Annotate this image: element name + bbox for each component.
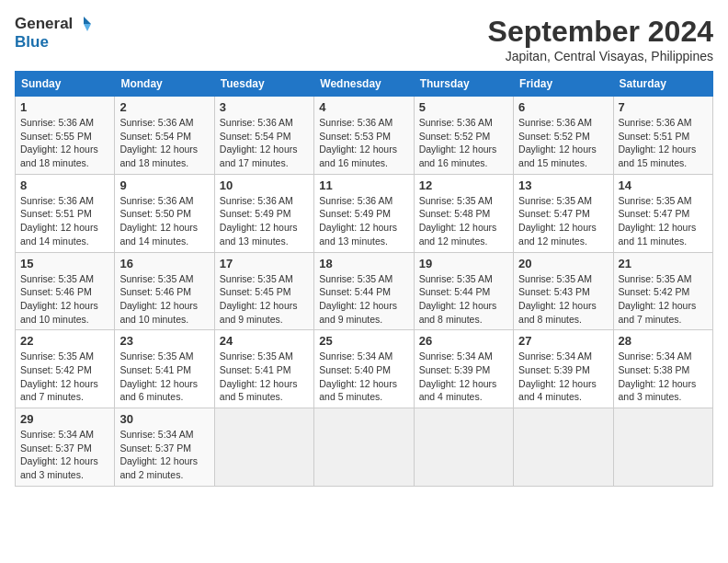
table-row: 18Sunrise: 5:35 AMSunset: 5:44 PMDayligh… (314, 252, 414, 330)
day-info: Sunrise: 5:35 AMSunset: 5:46 PMDaylight:… (20, 272, 109, 327)
page-subtitle: Japitan, Central Visayas, Philippines (488, 49, 713, 63)
table-row: 12Sunrise: 5:35 AMSunset: 5:48 PMDayligh… (414, 174, 513, 252)
calendar-week-row: 8Sunrise: 5:36 AMSunset: 5:51 PMDaylight… (16, 174, 713, 252)
day-number: 23 (119, 334, 209, 348)
table-row (214, 408, 313, 487)
day-info: Sunrise: 5:36 AMSunset: 5:49 PMDaylight:… (220, 194, 309, 248)
day-info: Sunrise: 5:36 AMSunset: 5:51 PMDaylight:… (619, 116, 708, 170)
table-row: 9Sunrise: 5:36 AMSunset: 5:50 PMDaylight… (115, 174, 214, 252)
table-row: 4Sunrise: 5:36 AMSunset: 5:53 PMDaylight… (314, 97, 414, 175)
day-info: Sunrise: 5:35 AMSunset: 5:45 PMDaylight:… (220, 272, 309, 327)
day-number: 16 (119, 257, 209, 270)
day-number: 13 (518, 178, 608, 192)
table-row: 17Sunrise: 5:35 AMSunset: 5:45 PMDayligh… (214, 252, 313, 330)
day-info: Sunrise: 5:34 AMSunset: 5:38 PMDaylight:… (619, 350, 708, 404)
svg-marker-1 (84, 24, 91, 31)
col-friday: Friday (514, 72, 613, 97)
day-info: Sunrise: 5:35 AMSunset: 5:44 PMDaylight:… (319, 272, 408, 327)
col-wednesday: Wednesday (314, 72, 414, 97)
day-number: 18 (319, 257, 408, 270)
day-info: Sunrise: 5:36 AMSunset: 5:53 PMDaylight:… (319, 116, 408, 170)
day-info: Sunrise: 5:35 AMSunset: 5:42 PMDaylight:… (619, 272, 708, 327)
table-row: 10Sunrise: 5:36 AMSunset: 5:49 PMDayligh… (214, 174, 313, 252)
day-number: 19 (419, 257, 508, 270)
table-row: 15Sunrise: 5:35 AMSunset: 5:46 PMDayligh… (16, 252, 115, 330)
day-info: Sunrise: 5:35 AMSunset: 5:41 PMDaylight:… (119, 350, 209, 404)
day-info: Sunrise: 5:35 AMSunset: 5:47 PMDaylight:… (619, 194, 708, 248)
day-number: 14 (619, 178, 708, 192)
day-info: Sunrise: 5:36 AMSunset: 5:54 PMDaylight:… (119, 116, 209, 170)
calendar-table: Sunday Monday Tuesday Wednesday Thursday… (15, 71, 713, 487)
day-info: Sunrise: 5:34 AMSunset: 5:39 PMDaylight:… (419, 350, 508, 404)
col-sunday: Sunday (16, 72, 115, 97)
table-row: 6Sunrise: 5:36 AMSunset: 5:52 PMDaylight… (514, 97, 613, 175)
table-row: 28Sunrise: 5:34 AMSunset: 5:38 PMDayligh… (613, 330, 712, 408)
col-tuesday: Tuesday (214, 72, 313, 97)
table-row: 7Sunrise: 5:36 AMSunset: 5:51 PMDaylight… (613, 97, 712, 175)
table-row: 26Sunrise: 5:34 AMSunset: 5:39 PMDayligh… (414, 330, 513, 408)
table-row: 1Sunrise: 5:36 AMSunset: 5:55 PMDaylight… (16, 97, 115, 175)
day-info: Sunrise: 5:36 AMSunset: 5:51 PMDaylight:… (20, 194, 109, 248)
day-number: 27 (518, 334, 608, 348)
table-row (514, 408, 613, 487)
logo-blue: Blue (15, 33, 49, 52)
table-row: 29Sunrise: 5:34 AMSunset: 5:37 PMDayligh… (16, 408, 115, 487)
title-block: September 2024 Japitan, Central Visayas,… (488, 15, 713, 63)
table-row: 22Sunrise: 5:35 AMSunset: 5:42 PMDayligh… (16, 330, 115, 408)
col-monday: Monday (115, 72, 214, 97)
day-info: Sunrise: 5:35 AMSunset: 5:43 PMDaylight:… (518, 272, 608, 327)
day-info: Sunrise: 5:36 AMSunset: 5:52 PMDaylight:… (518, 116, 608, 170)
table-row: 8Sunrise: 5:36 AMSunset: 5:51 PMDaylight… (16, 174, 115, 252)
table-row: 3Sunrise: 5:36 AMSunset: 5:54 PMDaylight… (214, 97, 313, 175)
table-row: 2Sunrise: 5:36 AMSunset: 5:54 PMDaylight… (115, 97, 214, 175)
day-number: 8 (20, 178, 109, 192)
col-saturday: Saturday (613, 72, 712, 97)
logo-general: General (15, 15, 73, 33)
day-info: Sunrise: 5:36 AMSunset: 5:55 PMDaylight:… (20, 116, 109, 170)
table-row: 5Sunrise: 5:36 AMSunset: 5:52 PMDaylight… (414, 97, 513, 175)
table-row (314, 408, 414, 487)
logo: General Blue (15, 15, 93, 52)
day-number: 17 (220, 257, 309, 270)
day-info: Sunrise: 5:34 AMSunset: 5:39 PMDaylight:… (518, 350, 608, 404)
table-row: 30Sunrise: 5:34 AMSunset: 5:37 PMDayligh… (115, 408, 214, 487)
page-title: September 2024 (488, 15, 713, 49)
day-number: 15 (20, 257, 109, 270)
day-number: 3 (220, 100, 309, 114)
day-number: 10 (220, 178, 309, 192)
day-info: Sunrise: 5:36 AMSunset: 5:49 PMDaylight:… (319, 194, 408, 248)
day-number: 22 (20, 334, 109, 348)
col-thursday: Thursday (414, 72, 513, 97)
day-number: 12 (419, 178, 508, 192)
page-header: General Blue September 2024 Japitan, Cen… (15, 15, 713, 63)
day-number: 28 (619, 334, 708, 348)
day-info: Sunrise: 5:34 AMSunset: 5:40 PMDaylight:… (319, 350, 408, 404)
table-row: 25Sunrise: 5:34 AMSunset: 5:40 PMDayligh… (314, 330, 414, 408)
table-row (613, 408, 712, 487)
calendar-week-row: 22Sunrise: 5:35 AMSunset: 5:42 PMDayligh… (16, 330, 713, 408)
calendar-week-row: 1Sunrise: 5:36 AMSunset: 5:55 PMDaylight… (16, 97, 713, 175)
header-row: Sunday Monday Tuesday Wednesday Thursday… (16, 72, 713, 97)
table-row: 24Sunrise: 5:35 AMSunset: 5:41 PMDayligh… (214, 330, 313, 408)
table-row: 16Sunrise: 5:35 AMSunset: 5:46 PMDayligh… (115, 252, 214, 330)
day-number: 20 (518, 257, 608, 270)
day-number: 21 (619, 257, 708, 270)
day-number: 11 (319, 178, 408, 192)
day-info: Sunrise: 5:34 AMSunset: 5:37 PMDaylight:… (20, 428, 109, 482)
day-number: 2 (119, 100, 209, 114)
day-number: 7 (619, 100, 708, 114)
day-number: 25 (319, 334, 408, 348)
day-info: Sunrise: 5:36 AMSunset: 5:54 PMDaylight:… (220, 116, 309, 170)
day-info: Sunrise: 5:36 AMSunset: 5:50 PMDaylight:… (119, 194, 209, 248)
day-number: 1 (20, 100, 109, 114)
day-info: Sunrise: 5:35 AMSunset: 5:42 PMDaylight:… (20, 350, 109, 404)
day-info: Sunrise: 5:35 AMSunset: 5:48 PMDaylight:… (419, 194, 508, 248)
day-number: 30 (119, 412, 209, 426)
day-number: 9 (119, 178, 209, 192)
logo-bird-icon (74, 15, 93, 33)
table-row: 20Sunrise: 5:35 AMSunset: 5:43 PMDayligh… (514, 252, 613, 330)
day-info: Sunrise: 5:35 AMSunset: 5:44 PMDaylight:… (419, 272, 508, 327)
table-row (414, 408, 513, 487)
day-number: 5 (419, 100, 508, 114)
day-number: 6 (518, 100, 608, 114)
